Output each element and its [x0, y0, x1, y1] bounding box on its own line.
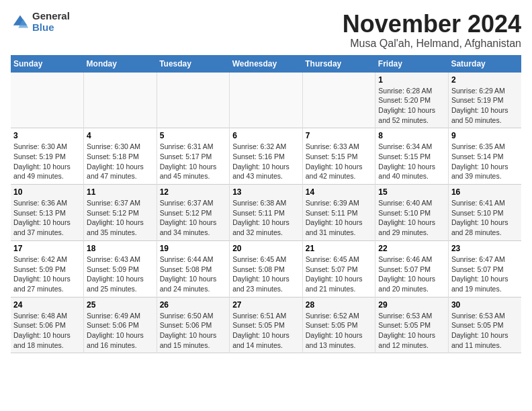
day-number: 2	[451, 75, 519, 85]
day-number: 27	[232, 300, 300, 310]
day-info: Sunrise: 6:51 AMSunset: 5:05 PMDaylight:…	[232, 311, 300, 351]
calendar-day-cell: 20Sunrise: 6:45 AMSunset: 5:08 PMDayligh…	[230, 240, 303, 297]
calendar-table: SundayMondayTuesdayWednesdayThursdayFrid…	[11, 55, 521, 354]
day-number: 10	[13, 187, 81, 197]
day-info: Sunrise: 6:37 AMSunset: 5:12 PMDaylight:…	[87, 198, 154, 238]
calendar-day-cell: 14Sunrise: 6:39 AMSunset: 5:11 PMDayligh…	[302, 185, 375, 241]
day-info: Sunrise: 6:39 AMSunset: 5:11 PMDaylight:…	[306, 198, 373, 238]
day-info: Sunrise: 6:50 AMSunset: 5:06 PMDaylight:…	[160, 311, 227, 351]
day-number: 8	[378, 131, 445, 140]
calendar-day-cell	[302, 73, 375, 128]
day-number: 20	[232, 244, 300, 253]
day-number: 4	[87, 131, 154, 140]
day-info: Sunrise: 6:30 AMSunset: 5:19 PMDaylight:…	[13, 142, 81, 181]
day-number: 11	[87, 187, 154, 197]
calendar-day-cell	[84, 73, 157, 128]
day-number: 22	[378, 244, 445, 253]
calendar-day-cell: 24Sunrise: 6:48 AMSunset: 5:06 PMDayligh…	[11, 297, 84, 353]
calendar-day-cell	[157, 73, 230, 128]
calendar-day-cell: 11Sunrise: 6:37 AMSunset: 5:12 PMDayligh…	[84, 185, 157, 241]
calendar-day-cell: 28Sunrise: 6:52 AMSunset: 5:05 PMDayligh…	[302, 297, 375, 353]
day-info: Sunrise: 6:52 AMSunset: 5:05 PMDaylight:…	[306, 311, 373, 351]
calendar-day-cell: 4Sunrise: 6:30 AMSunset: 5:18 PMDaylight…	[84, 128, 157, 185]
logo: General Blue	[11, 11, 70, 33]
calendar-day-cell: 19Sunrise: 6:44 AMSunset: 5:08 PMDayligh…	[157, 240, 230, 297]
day-info: Sunrise: 6:33 AMSunset: 5:15 PMDaylight:…	[306, 142, 373, 181]
title-area: November 2024 Musa Qal'ah, Helmand, Afgh…	[343, 11, 521, 50]
weekday-header: Saturday	[448, 55, 521, 73]
calendar-day-cell: 27Sunrise: 6:51 AMSunset: 5:05 PMDayligh…	[230, 297, 303, 353]
calendar-day-cell: 12Sunrise: 6:37 AMSunset: 5:12 PMDayligh…	[157, 185, 230, 241]
day-number: 16	[451, 187, 519, 197]
logo-general: General	[32, 11, 70, 22]
day-number: 24	[13, 300, 81, 310]
day-info: Sunrise: 6:47 AMSunset: 5:07 PMDaylight:…	[451, 255, 519, 294]
calendar-day-cell: 6Sunrise: 6:32 AMSunset: 5:16 PMDaylight…	[230, 128, 303, 185]
day-number: 15	[378, 187, 445, 197]
weekday-header: Thursday	[302, 55, 375, 73]
day-number: 1	[378, 75, 445, 85]
day-number: 19	[160, 244, 227, 253]
day-number: 26	[160, 300, 227, 310]
calendar-day-cell: 17Sunrise: 6:42 AMSunset: 5:09 PMDayligh…	[11, 240, 84, 297]
day-number: 21	[306, 244, 373, 253]
day-info: Sunrise: 6:36 AMSunset: 5:13 PMDaylight:…	[13, 198, 81, 238]
logo-icon	[11, 13, 30, 32]
calendar-week-row: 3Sunrise: 6:30 AMSunset: 5:19 PMDaylight…	[11, 128, 521, 185]
calendar-day-cell: 22Sunrise: 6:46 AMSunset: 5:07 PMDayligh…	[375, 240, 449, 297]
calendar-day-cell: 18Sunrise: 6:43 AMSunset: 5:09 PMDayligh…	[84, 240, 157, 297]
day-info: Sunrise: 6:31 AMSunset: 5:17 PMDaylight:…	[160, 142, 227, 181]
weekday-header: Wednesday	[230, 55, 303, 73]
calendar-day-cell: 9Sunrise: 6:35 AMSunset: 5:14 PMDaylight…	[448, 128, 521, 185]
day-number: 6	[232, 131, 300, 140]
day-number: 7	[306, 131, 373, 140]
day-info: Sunrise: 6:37 AMSunset: 5:12 PMDaylight:…	[160, 198, 227, 238]
weekday-header: Monday	[84, 55, 157, 73]
day-number: 30	[451, 300, 519, 310]
calendar-day-cell: 7Sunrise: 6:33 AMSunset: 5:15 PMDaylight…	[302, 128, 375, 185]
calendar-day-cell: 26Sunrise: 6:50 AMSunset: 5:06 PMDayligh…	[157, 297, 230, 353]
calendar-day-cell: 29Sunrise: 6:53 AMSunset: 5:05 PMDayligh…	[375, 297, 449, 353]
day-number: 13	[232, 187, 300, 197]
day-info: Sunrise: 6:48 AMSunset: 5:06 PMDaylight:…	[13, 311, 81, 351]
calendar-day-cell: 13Sunrise: 6:38 AMSunset: 5:11 PMDayligh…	[230, 185, 303, 241]
calendar-day-cell	[230, 73, 303, 128]
day-info: Sunrise: 6:29 AMSunset: 5:19 PMDaylight:…	[451, 86, 519, 126]
calendar-week-row: 24Sunrise: 6:48 AMSunset: 5:06 PMDayligh…	[11, 297, 521, 353]
day-number: 17	[13, 244, 81, 253]
calendar-day-cell: 25Sunrise: 6:49 AMSunset: 5:06 PMDayligh…	[84, 297, 157, 353]
calendar-week-row: 10Sunrise: 6:36 AMSunset: 5:13 PMDayligh…	[11, 185, 521, 241]
calendar-day-cell: 2Sunrise: 6:29 AMSunset: 5:19 PMDaylight…	[448, 73, 521, 128]
calendar-day-cell: 8Sunrise: 6:34 AMSunset: 5:15 PMDaylight…	[375, 128, 449, 185]
day-number: 23	[451, 244, 519, 253]
calendar-day-cell: 1Sunrise: 6:28 AMSunset: 5:20 PMDaylight…	[375, 73, 449, 128]
day-info: Sunrise: 6:45 AMSunset: 5:07 PMDaylight:…	[306, 255, 373, 294]
day-number: 12	[160, 187, 227, 197]
day-number: 18	[87, 244, 154, 253]
weekday-header: Tuesday	[157, 55, 230, 73]
weekday-header: Friday	[375, 55, 449, 73]
day-number: 25	[87, 300, 154, 310]
weekday-header-row: SundayMondayTuesdayWednesdayThursdayFrid…	[11, 55, 521, 73]
day-info: Sunrise: 6:46 AMSunset: 5:07 PMDaylight:…	[378, 255, 445, 294]
day-info: Sunrise: 6:40 AMSunset: 5:10 PMDaylight:…	[378, 198, 445, 238]
calendar-day-cell: 30Sunrise: 6:53 AMSunset: 5:05 PMDayligh…	[448, 297, 521, 353]
month-title: November 2024	[343, 11, 521, 38]
day-info: Sunrise: 6:45 AMSunset: 5:08 PMDaylight:…	[232, 255, 300, 294]
day-info: Sunrise: 6:32 AMSunset: 5:16 PMDaylight:…	[232, 142, 300, 181]
day-number: 14	[306, 187, 373, 197]
calendar-day-cell: 5Sunrise: 6:31 AMSunset: 5:17 PMDaylight…	[157, 128, 230, 185]
day-info: Sunrise: 6:49 AMSunset: 5:06 PMDaylight:…	[87, 311, 154, 351]
logo-text: General Blue	[32, 11, 70, 33]
calendar-day-cell: 23Sunrise: 6:47 AMSunset: 5:07 PMDayligh…	[448, 240, 521, 297]
page-header: General Blue November 2024 Musa Qal'ah, …	[11, 11, 521, 50]
day-number: 29	[378, 300, 445, 310]
calendar-day-cell: 15Sunrise: 6:40 AMSunset: 5:10 PMDayligh…	[375, 185, 449, 241]
calendar-day-cell: 10Sunrise: 6:36 AMSunset: 5:13 PMDayligh…	[11, 185, 84, 241]
day-info: Sunrise: 6:38 AMSunset: 5:11 PMDaylight:…	[232, 198, 300, 238]
day-info: Sunrise: 6:44 AMSunset: 5:08 PMDaylight:…	[160, 255, 227, 294]
calendar-week-row: 17Sunrise: 6:42 AMSunset: 5:09 PMDayligh…	[11, 240, 521, 297]
calendar-week-row: 1Sunrise: 6:28 AMSunset: 5:20 PMDaylight…	[11, 73, 521, 128]
calendar-day-cell: 21Sunrise: 6:45 AMSunset: 5:07 PMDayligh…	[302, 240, 375, 297]
day-info: Sunrise: 6:30 AMSunset: 5:18 PMDaylight:…	[87, 142, 154, 181]
